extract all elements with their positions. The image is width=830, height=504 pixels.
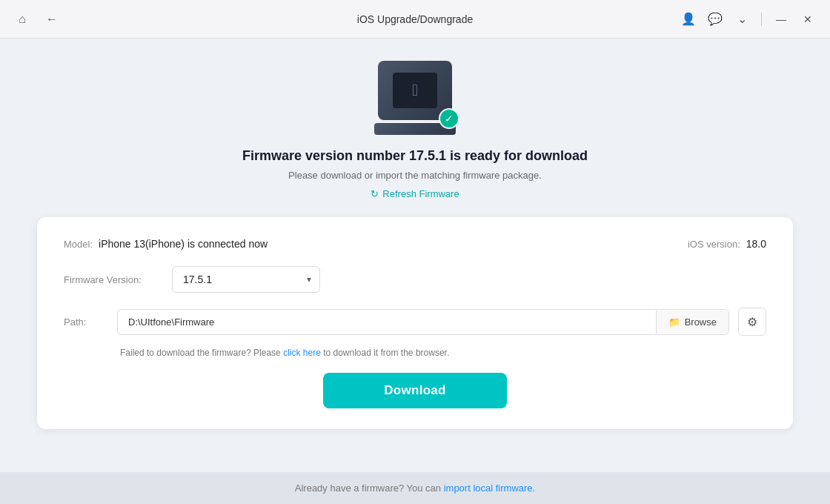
chip-inner: : [393, 73, 437, 108]
gear-icon: ⚙: [747, 315, 757, 329]
model-value: iPhone 13(iPhone) is connected now: [99, 238, 268, 250]
firmware-version-row: Firmware Version: 17.5.1 17.5.0 17.4.1 1…: [64, 266, 766, 293]
hero-subtitle: Please download or import the matching f…: [288, 170, 542, 181]
path-row: Path: 📁 Browse ⚙: [64, 308, 766, 336]
footer-text-post: .: [533, 483, 536, 494]
ios-version-value: 18.0: [746, 238, 766, 250]
refresh-firmware-link[interactable]: ↻ Refresh Firmware: [371, 188, 459, 199]
ios-label: iOS version:: [688, 239, 740, 250]
model-label: Model:: [64, 239, 93, 250]
home-icon[interactable]: ⌂: [12, 9, 33, 30]
firmware-version-select[interactable]: 17.5.1 17.5.0 17.4.1 17.4.0: [172, 266, 320, 293]
title-bar-separator: [761, 13, 762, 26]
hero-title: Firmware version number 17.5.1 is ready …: [242, 148, 588, 164]
click-here-link[interactable]: click here: [283, 348, 321, 358]
path-input-wrapper: 📁 Browse: [117, 309, 729, 335]
firmware-version-select-wrapper: 17.5.1 17.5.0 17.4.1 17.4.0 ▾: [172, 266, 320, 293]
chat-icon[interactable]: 💬: [705, 9, 726, 30]
back-icon[interactable]: ←: [42, 9, 62, 30]
fail-message: Failed to download the firmware? Please …: [120, 348, 766, 358]
firmware-version-label: Firmware Version:: [64, 274, 160, 285]
title-bar-left: ⌂ ←: [12, 9, 62, 30]
title-bar-right: 👤 💬 ⌄ — ✕: [678, 9, 818, 30]
import-firmware-link[interactable]: import local firmware: [444, 483, 533, 494]
refresh-icon: ↻: [371, 188, 379, 199]
footer: Already have a firmware? You can import …: [0, 472, 830, 504]
firmware-card: Model: iPhone 13(iPhone) is connected no…: [37, 217, 793, 429]
download-button[interactable]: Download: [323, 373, 507, 408]
folder-icon: 📁: [668, 316, 680, 328]
refresh-label: Refresh Firmware: [382, 188, 459, 199]
download-btn-wrapper: Download: [64, 373, 766, 408]
settings-button[interactable]: ⚙: [738, 308, 766, 336]
hero-section:  ✓ Firmware version number 17.5.1 is re…: [242, 61, 588, 199]
apple-logo-icon: : [412, 81, 418, 100]
dropdown-icon[interactable]: ⌄: [731, 9, 752, 30]
title-bar: ⌂ ← iOS Upgrade/Downgrade 👤 💬 ⌄ — ✕: [0, 0, 830, 39]
device-illustration:  ✓: [371, 61, 459, 135]
fail-msg-pre: Failed to download the firmware? Please: [120, 348, 283, 358]
browse-button[interactable]: 📁 Browse: [656, 311, 728, 334]
path-label: Path:: [64, 316, 108, 328]
main-content:  ✓ Firmware version number 17.5.1 is re…: [0, 39, 830, 472]
close-button[interactable]: ✕: [797, 9, 818, 30]
browse-label: Browse: [685, 316, 717, 328]
user-icon[interactable]: 👤: [678, 9, 699, 30]
window-title: iOS Upgrade/Downgrade: [357, 13, 473, 25]
path-input[interactable]: [118, 310, 656, 334]
fail-msg-post: to download it from the browser.: [321, 348, 449, 358]
footer-text-pre: Already have a firmware? You can: [295, 483, 444, 494]
model-row: Model: iPhone 13(iPhone) is connected no…: [64, 238, 766, 250]
minimize-button[interactable]: —: [771, 9, 791, 30]
check-badge-icon: ✓: [439, 108, 459, 129]
